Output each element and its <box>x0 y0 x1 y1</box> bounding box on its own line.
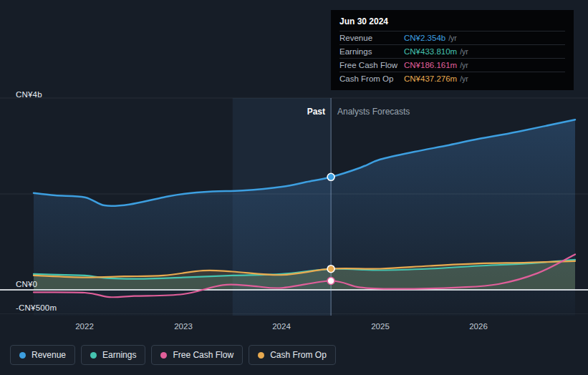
tooltip-row-revenue: Revenue CN¥2.354b /yr <box>339 31 565 44</box>
tooltip-row-cash-from-op: Cash From Op CN¥437.276m /yr <box>339 72 565 85</box>
free-cash-flow-series-dot-icon <box>160 352 167 359</box>
x-tick-2024: 2024 <box>272 322 291 331</box>
tooltip-row-earnings: Earnings CN¥433.810m /yr <box>339 44 565 58</box>
legend-label: Cash From Op <box>270 350 327 360</box>
tooltip-value: CN¥186.161m <box>404 61 457 69</box>
legend-item-earnings[interactable]: Earnings <box>81 345 145 365</box>
earnings-series-dot-icon <box>90 352 97 359</box>
legend-label: Free Cash Flow <box>173 350 233 360</box>
legend-label: Revenue <box>32 350 66 360</box>
y-axis-label-0: CN¥0 <box>16 280 37 288</box>
x-tick-2022: 2022 <box>75 322 94 331</box>
tooltip-suffix: /yr <box>460 61 468 69</box>
legend-item-revenue[interactable]: Revenue <box>10 345 75 365</box>
tooltip-value: CN¥2.354b <box>404 34 445 42</box>
tooltip-date: Jun 30 2024 <box>339 14 565 31</box>
legend-item-free-cash-flow[interactable]: Free Cash Flow <box>151 345 243 365</box>
data-tooltip: Jun 30 2024 Revenue CN¥2.354b /yr Earnin… <box>331 10 574 90</box>
tooltip-label: Free Cash Flow <box>339 61 404 69</box>
tooltip-label: Earnings <box>339 47 404 56</box>
x-tick-2026: 2026 <box>469 322 488 331</box>
past-label: Past <box>307 107 325 117</box>
earnings-and-revenue-growth-chart: CN¥4b CN¥0 -CN¥500m Past Analysts Foreca… <box>0 0 588 375</box>
legend-item-cash-from-op[interactable]: Cash From Op <box>249 345 336 365</box>
tooltip-label: Cash From Op <box>339 74 404 83</box>
chart-legend: Revenue Earnings Free Cash Flow Cash Fro… <box>10 345 336 365</box>
y-axis-label-4b: CN¥4b <box>16 90 42 99</box>
y-axis-label-neg500m: -CN¥500m <box>16 303 57 312</box>
tooltip-label: Revenue <box>339 34 404 42</box>
tooltip-suffix: /yr <box>460 47 468 56</box>
x-tick-2023: 2023 <box>174 322 193 331</box>
tooltip-suffix: /yr <box>448 34 457 42</box>
tooltip-value: CN¥437.276m <box>404 74 457 83</box>
x-tick-2025: 2025 <box>371 322 390 331</box>
cash-from-op-series-dot-icon <box>258 352 264 359</box>
tooltip-suffix: /yr <box>460 74 468 83</box>
legend-label: Earnings <box>102 350 136 360</box>
tooltip-value: CN¥433.810m <box>404 47 457 56</box>
analysts-forecasts-label: Analysts Forecasts <box>337 107 410 117</box>
revenue-series-dot-icon <box>19 352 26 359</box>
tooltip-row-free-cash-flow: Free Cash Flow CN¥186.161m /yr <box>339 58 565 72</box>
